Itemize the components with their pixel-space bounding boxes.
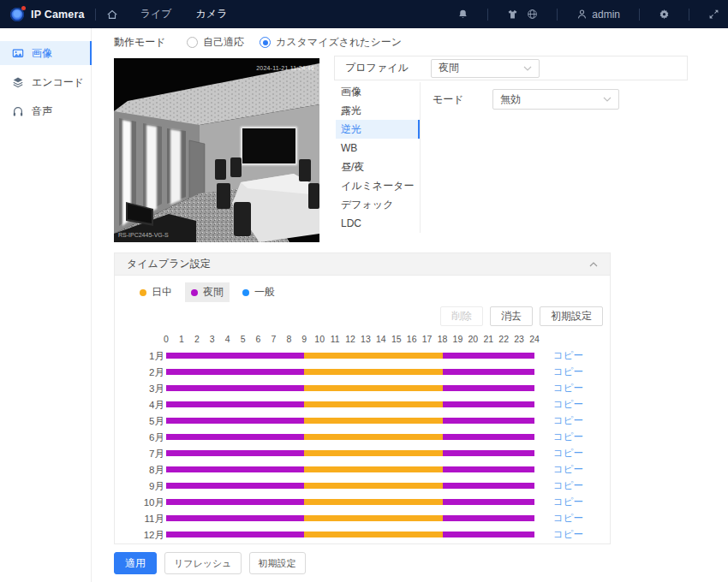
- audio-icon: [12, 105, 24, 117]
- user-menu[interactable]: admin: [576, 9, 620, 21]
- axis-tick-14: 14: [376, 334, 386, 344]
- schedule-track-3[interactable]: [166, 385, 534, 391]
- topbar: IP Camera ライブカメラ admin: [0, 0, 728, 28]
- radio-customized-scene[interactable]: カスタマイズされたシーン: [260, 35, 402, 50]
- axis-tick-11: 11: [331, 334, 340, 344]
- month-label-4: 4月: [130, 399, 164, 412]
- home-icon[interactable]: [106, 9, 118, 21]
- copy-link-9[interactable]: コピー: [553, 479, 583, 492]
- segment-night: [443, 401, 535, 407]
- refresh-button[interactable]: リフレッシュ: [164, 552, 242, 574]
- legend-day-label: 日中: [152, 285, 172, 300]
- apply-button[interactable]: 適用: [114, 552, 157, 574]
- segment-night: [443, 353, 535, 359]
- copy-link-7[interactable]: コピー: [553, 447, 583, 460]
- sidebar-item-audio[interactable]: 音声: [0, 99, 91, 123]
- copy-link-6[interactable]: コピー: [553, 431, 583, 443]
- footer-default-button[interactable]: 初期設定: [249, 552, 306, 574]
- schedule-track-6[interactable]: [166, 434, 534, 440]
- segment-night: [166, 385, 304, 391]
- axis-tick-17: 17: [422, 334, 433, 344]
- brand: IP Camera: [10, 8, 85, 21]
- camera-preview: 2024-11-21 11:24:46 RS-IPC2445-VG-S: [114, 58, 319, 242]
- copy-link-8[interactable]: コピー: [553, 463, 583, 476]
- mode-select[interactable]: 無効: [492, 89, 619, 110]
- legend-night[interactable]: 夜間: [185, 282, 230, 302]
- legend-general[interactable]: 一般: [236, 282, 281, 302]
- schedule-track-11[interactable]: [166, 515, 534, 521]
- schedule-track-12[interactable]: [166, 532, 534, 537]
- clear-button[interactable]: 消去: [490, 306, 533, 326]
- menu-item-image[interactable]: 画像: [336, 82, 419, 101]
- delete-button[interactable]: 削除: [440, 306, 483, 326]
- preview-timestamp: 2024-11-21 11:24:46: [256, 65, 314, 71]
- schedule-track-2[interactable]: [166, 369, 534, 375]
- radio-self-adaptive[interactable]: 自己適応: [187, 35, 244, 50]
- copy-link-11[interactable]: コピー: [553, 512, 583, 525]
- timeplan-row-5: 5月コピー: [115, 413, 610, 429]
- sidebar-item-encode[interactable]: エンコード: [0, 70, 91, 94]
- timeplan-row-11: 11月コピー: [115, 510, 610, 526]
- copy-link-12[interactable]: コピー: [553, 528, 583, 541]
- menu-item-backlight[interactable]: 逆光: [336, 120, 419, 139]
- segment-night: [443, 385, 535, 391]
- timeplan-axis: 0123456789101112131415161718192021222324: [115, 334, 610, 344]
- segment-night: [166, 466, 304, 472]
- profile-row: プロファイル 夜間: [334, 56, 688, 80]
- copy-link-5[interactable]: コピー: [553, 414, 583, 427]
- shirt-icon[interactable]: [507, 9, 518, 20]
- segment-day: [304, 532, 442, 537]
- menu-item-illuminator[interactable]: イルミネーター: [336, 176, 419, 195]
- globe-icon[interactable]: [527, 9, 538, 20]
- timeplan-row-6: 6月コピー: [115, 429, 610, 445]
- gear-icon[interactable]: [659, 9, 670, 20]
- axis-tick-8: 8: [286, 334, 291, 344]
- segment-night: [443, 532, 535, 537]
- schedule-track-5[interactable]: [166, 418, 534, 424]
- schedule-track-1[interactable]: [166, 353, 534, 359]
- schedule-track-8[interactable]: [166, 466, 534, 472]
- sidebar-item-image[interactable]: 画像: [0, 41, 91, 65]
- axis-tick-21: 21: [483, 334, 493, 344]
- schedule-track-4[interactable]: [166, 401, 534, 407]
- divider: [95, 9, 96, 21]
- collapse-icon[interactable]: [589, 262, 598, 267]
- segment-day: [304, 369, 442, 375]
- schedule-track-9[interactable]: [166, 483, 534, 489]
- menu-item-defog[interactable]: デフォック: [336, 195, 419, 214]
- month-label-8: 8月: [130, 464, 164, 477]
- copy-link-4[interactable]: コピー: [553, 398, 583, 411]
- copy-link-1[interactable]: コピー: [553, 349, 583, 362]
- operation-mode-row: 動作モード 自己適応カスタマイズされたシーン: [114, 35, 417, 50]
- timeplan-row-3: 3月コピー: [115, 380, 610, 396]
- app-logo-icon: [10, 8, 24, 21]
- nav-tab-live[interactable]: ライブ: [140, 7, 172, 21]
- default-button[interactable]: 初期設定: [540, 306, 603, 326]
- timeplan-panel: タイムプラン設定 日中夜間一般 削除 消去 初期設定 0123456789101…: [114, 252, 611, 544]
- nav-tab-camera[interactable]: カメラ: [196, 7, 228, 21]
- fullscreen-icon[interactable]: [708, 9, 719, 20]
- schedule-track-10[interactable]: [166, 499, 534, 505]
- menu-item-exposure[interactable]: 露光: [336, 101, 419, 120]
- copy-link-3[interactable]: コピー: [553, 382, 583, 395]
- segment-night: [166, 532, 304, 537]
- segment-night: [166, 401, 304, 407]
- copy-link-10[interactable]: コピー: [553, 496, 583, 508]
- menu-item-ldc[interactable]: LDC: [336, 214, 419, 233]
- bell-icon[interactable]: [457, 9, 468, 20]
- profile-select[interactable]: 夜間: [431, 59, 540, 78]
- top-nav: ライブカメラ: [140, 7, 228, 21]
- axis-tick-23: 23: [514, 334, 524, 344]
- legend-day[interactable]: 日中: [134, 282, 178, 302]
- copy-link-2[interactable]: コピー: [553, 365, 583, 378]
- brand-name: IP Camera: [31, 9, 85, 21]
- menu-item-wb[interactable]: WB: [336, 139, 419, 157]
- menu-item-day-night[interactable]: 昼/夜: [336, 157, 419, 176]
- timeplan-row-12: 12月コピー: [115, 526, 610, 543]
- legend-night-dot: [191, 289, 198, 296]
- axis-tick-0: 0: [164, 334, 169, 344]
- timeplan-header[interactable]: タイムプラン設定: [115, 253, 610, 276]
- segment-night: [443, 418, 535, 424]
- timeplan-title: タイムプラン設定: [127, 257, 211, 271]
- schedule-track-7[interactable]: [166, 450, 534, 456]
